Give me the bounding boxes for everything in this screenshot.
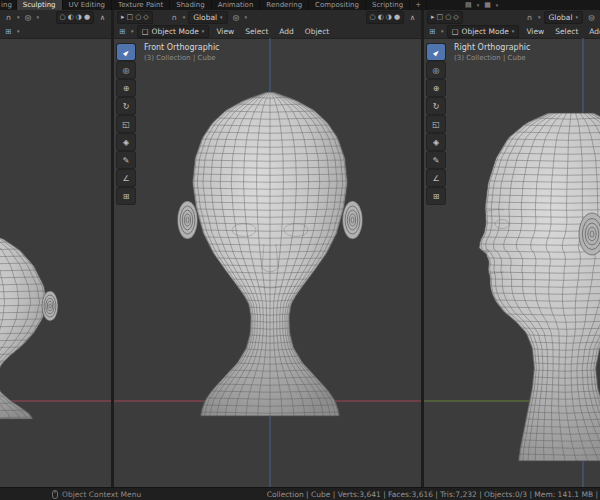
status-keymap-hint: Object Context Menu bbox=[52, 490, 141, 499]
scale-icon: ◱ bbox=[432, 120, 440, 129]
menu-view[interactable]: View bbox=[522, 27, 548, 36]
snap-magnet-icon[interactable]: ∩ bbox=[524, 12, 535, 23]
statusbar: Object Context Menu Collection | Cube | … bbox=[0, 487, 600, 500]
select-tweak-icon[interactable]: ▸ bbox=[121, 13, 125, 21]
tool-scale-button[interactable]: ◱ bbox=[427, 116, 445, 132]
select-tool-cluster: ▸ □ ○ ◇ bbox=[427, 11, 463, 24]
select-box-icon[interactable]: □ bbox=[437, 13, 444, 21]
add-workspace-button[interactable]: + bbox=[410, 0, 427, 10]
menu-add[interactable]: Add bbox=[585, 27, 600, 36]
tool-annotate-button[interactable]: ✎ bbox=[117, 152, 135, 168]
editor-type-icon[interactable]: ⊞ bbox=[3, 26, 14, 37]
select-box-icon[interactable]: □ bbox=[127, 13, 134, 21]
view-layer-icon[interactable]: ▦ bbox=[484, 0, 491, 10]
menu-select[interactable]: Select bbox=[551, 27, 582, 36]
tool-move-button[interactable]: ⊕ bbox=[427, 80, 445, 96]
chevron-down-icon: ▾ bbox=[183, 14, 186, 20]
tool-add-cube-button[interactable]: ⊞ bbox=[427, 188, 445, 204]
annotate-icon: ✎ bbox=[123, 156, 130, 165]
tweak-icon: ► bbox=[431, 47, 442, 58]
tool-rotate-button[interactable]: ↻ bbox=[117, 98, 135, 114]
viewport-header: ▸ □ ○ ◇ ∩ ▾ Global ▾ ◎ ⊞ ▾ ▢ Object Mode… bbox=[424, 10, 600, 39]
select-tweak-icon[interactable]: ▸ bbox=[431, 13, 435, 21]
workspace-tab-texture-paint[interactable]: Texture Paint bbox=[112, 0, 170, 10]
workspace-tab-compositing[interactable]: Compositing bbox=[309, 0, 366, 10]
view-label: Right Orthographic bbox=[454, 43, 530, 52]
tool-add-cube-button[interactable]: ⊞ bbox=[117, 188, 135, 204]
topbar-right-controls: ▤ ▾ ▦ ▾ bbox=[465, 0, 498, 10]
tool-tweak-button[interactable]: ► bbox=[117, 44, 135, 60]
tool-tweak-button[interactable]: ► bbox=[427, 44, 445, 60]
transform-orientation-dropdown[interactable]: Global ▾ bbox=[188, 11, 227, 24]
viewport-header: ▸ □ ○ ◇ ∩ ▾ Global ▾ ◎ ▾ ○ ◐ ◑ ● ∧ bbox=[114, 10, 421, 39]
select-circle-icon[interactable]: ○ bbox=[135, 13, 141, 21]
shading-rendered-icon[interactable]: ● bbox=[394, 13, 400, 21]
viewport-header-row-2: ⊞ ▾ ▢ Object Mode ▾ View Select Add Obje… bbox=[424, 24, 600, 38]
tool-shelf: ► ◎ ⊕ ↻ ◱ ◈ ✎ ∠ ⊞ bbox=[117, 44, 135, 204]
rotate-icon: ↻ bbox=[433, 102, 440, 111]
select-circle-icon[interactable]: ○ bbox=[445, 13, 451, 21]
transform-orientation-dropdown[interactable]: Global ▾ bbox=[544, 11, 583, 24]
chevron-down-icon: ▾ bbox=[575, 14, 578, 20]
workspace-tab-shading[interactable]: Shading bbox=[170, 0, 211, 10]
tool-cursor-button[interactable]: ◎ bbox=[427, 62, 445, 78]
editor-type-icon[interactable]: ⊞ bbox=[117, 26, 128, 37]
shading-solid-icon[interactable]: ◐ bbox=[378, 13, 384, 21]
tool-scale-button[interactable]: ◱ bbox=[117, 116, 135, 132]
snap-magnet-icon[interactable]: ∩ bbox=[3, 12, 14, 23]
editor-type-icon[interactable]: ⊞ bbox=[427, 26, 438, 37]
view-label: Front Orthographic bbox=[144, 43, 220, 52]
chevron-down-icon: ▾ bbox=[496, 0, 499, 10]
workspace-tab-sculpting[interactable]: Sculpting bbox=[17, 0, 63, 10]
context-label: (3) Collection | Cube bbox=[144, 54, 216, 62]
workspace-tab-uv-editing[interactable]: UV Editing bbox=[63, 0, 113, 10]
workspace-tab-modeling[interactable]: ing bbox=[0, 0, 17, 10]
shading-solid-icon[interactable]: ◐ bbox=[68, 13, 74, 21]
chevron-down-icon: ▾ bbox=[37, 14, 40, 20]
context-label: (3) Collection | Cube bbox=[454, 54, 526, 62]
tool-measure-button[interactable]: ∠ bbox=[117, 170, 135, 186]
workspace-tab-rendering[interactable]: Rendering bbox=[260, 0, 309, 10]
tool-annotate-button[interactable]: ✎ bbox=[427, 152, 445, 168]
add-cube-icon: ⊞ bbox=[123, 192, 130, 201]
3d-viewport-front[interactable] bbox=[114, 38, 421, 488]
viewport-area-left: ∩ ▾ ◎ ▾ ○ ◐ ◑ ● ∧ ⊞ ▾ bbox=[0, 10, 111, 488]
tool-measure-button[interactable]: ∠ bbox=[427, 170, 445, 186]
object-mode-icon: ▢ bbox=[452, 27, 459, 36]
select-lasso-icon[interactable]: ◇ bbox=[453, 13, 458, 21]
snap-magnet-icon[interactable]: ∩ bbox=[169, 12, 180, 23]
shading-wireframe-icon[interactable]: ○ bbox=[370, 13, 376, 21]
shading-material-icon[interactable]: ◑ bbox=[76, 13, 82, 21]
viewport-header: ∩ ▾ ◎ ▾ ○ ◐ ◑ ● ∧ ⊞ ▾ bbox=[0, 10, 111, 39]
workspace-tab-scripting[interactable]: Scripting bbox=[366, 0, 410, 10]
shading-rendered-icon[interactable]: ● bbox=[84, 13, 90, 21]
header-overflow-icon[interactable]: ∧ bbox=[97, 12, 108, 23]
proportional-editing-icon[interactable]: ◎ bbox=[231, 12, 242, 23]
menu-select[interactable]: Select bbox=[241, 27, 272, 36]
menu-object[interactable]: Object bbox=[301, 27, 333, 36]
proportional-editing-icon[interactable]: ◎ bbox=[586, 12, 597, 23]
mode-dropdown[interactable]: ▢ Object Mode ▾ bbox=[447, 25, 520, 38]
header-overflow-icon[interactable]: ∧ bbox=[407, 12, 418, 23]
shading-wireframe-icon[interactable]: ○ bbox=[60, 13, 66, 21]
menu-add[interactable]: Add bbox=[275, 27, 298, 36]
scene-icon[interactable]: ▤ bbox=[465, 0, 472, 10]
tool-rotate-button[interactable]: ↻ bbox=[427, 98, 445, 114]
mode-dropdown[interactable]: ▢ Object Mode ▾ bbox=[137, 25, 210, 38]
select-lasso-icon[interactable]: ◇ bbox=[143, 13, 148, 21]
scene-statistics: Collection | Cube | Verts:3,641 | Faces:… bbox=[267, 490, 598, 499]
tool-transform-button[interactable]: ◈ bbox=[117, 134, 135, 150]
tool-cursor-button[interactable]: ◎ bbox=[117, 62, 135, 78]
menu-view[interactable]: View bbox=[212, 27, 238, 36]
chevron-down-icon: ▾ bbox=[17, 14, 20, 20]
tool-move-button[interactable]: ⊕ bbox=[117, 80, 135, 96]
tool-transform-button[interactable]: ◈ bbox=[427, 134, 445, 150]
3d-viewport-left[interactable] bbox=[0, 38, 111, 488]
chevron-down-icon: ▾ bbox=[441, 28, 444, 34]
chevron-down-icon: ▾ bbox=[538, 14, 541, 20]
shading-mode-cluster: ○ ◐ ◑ ● bbox=[366, 11, 404, 24]
workspace-tab-animation[interactable]: Animation bbox=[212, 0, 261, 10]
shading-material-icon[interactable]: ◑ bbox=[386, 13, 392, 21]
proportional-editing-icon[interactable]: ◎ bbox=[23, 12, 34, 23]
3d-viewport-right[interactable] bbox=[424, 38, 600, 488]
